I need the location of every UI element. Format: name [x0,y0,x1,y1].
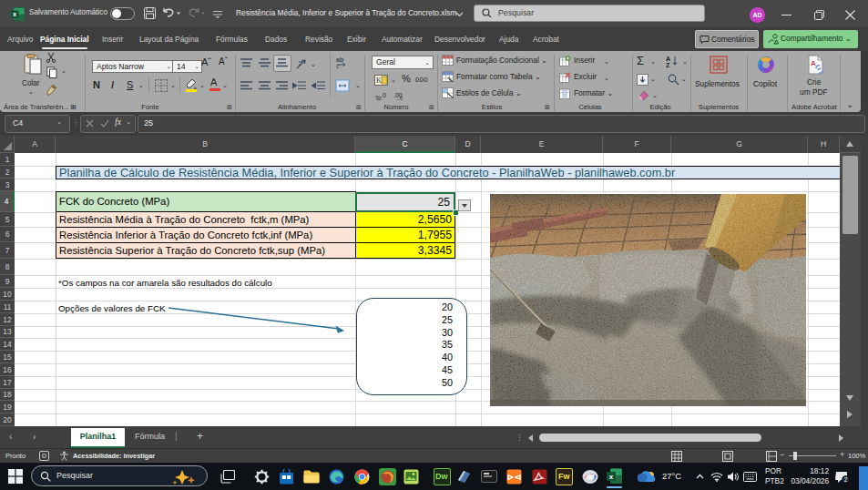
svg-text:A: A [666,56,670,62]
svg-text:⊳⊲: ⊳⊲ [507,472,522,482]
svg-text:A: A [811,59,816,67]
svg-text:K: K [376,77,382,85]
svg-text:Z: Z [666,62,670,67]
svg-text:ab: ab [336,56,343,63]
svg-text:2: 2 [844,476,848,483]
svg-text:00: 00 [376,96,382,100]
svg-text:c: c [336,63,340,68]
svg-text:→0: →0 [395,96,403,100]
svg-text:x: x [609,473,614,481]
